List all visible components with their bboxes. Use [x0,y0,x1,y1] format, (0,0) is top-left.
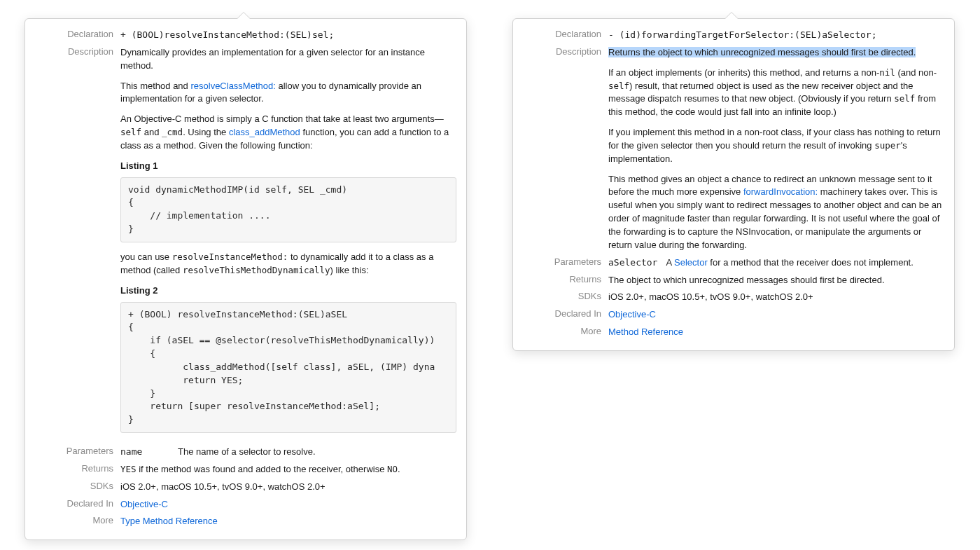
link-more-reference[interactable]: Method Reference [608,326,683,337]
param-desc: The name of a selector to resolve. [178,446,316,459]
parameters-body: name The name of a selector to resolve. [120,446,456,459]
label-returns: Returns [35,463,120,474]
link-selector[interactable]: Selector [674,257,708,268]
desc-paragraph[interactable]: Dynamically provides an implementation f… [120,46,456,73]
desc-paragraph[interactable]: An Objective-C method is simply a C func… [120,113,456,153]
desc-paragraph[interactable]: If you implement this method in a non-ro… [608,126,944,166]
link-forwardInvocation[interactable]: forwardInvocation: [743,186,818,197]
label-declared-in: Declared In [35,498,120,509]
label-declared-in: Declared In [523,308,608,319]
desc-paragraph[interactable]: This method and resolveClassMethod: allo… [120,80,456,106]
param-name: aSelector [608,256,657,270]
parameters-body: aSelector A Selector for a method that t… [608,256,944,270]
label-description: Description [523,46,608,57]
quickhelp-popover-resolveInstanceMethod: Declaration + (BOOL)resolveInstanceMetho… [24,18,467,540]
link-more-reference[interactable]: Type Method Reference [120,516,218,526]
param-name: name [120,446,169,459]
link-declared-in[interactable]: Objective-C [608,309,656,319]
declaration-text[interactable]: + (BOOL)resolveInstanceMethod:(SEL)sel; [120,29,456,42]
label-returns: Returns [523,274,608,284]
desc-paragraph[interactable]: If an object implements (or inherits) th… [608,67,944,119]
param-desc: A Selector for a method that the receive… [666,256,913,270]
link-declared-in[interactable]: Objective-C [120,499,168,509]
description-body: Dynamically provides an implementation f… [120,46,456,441]
label-sdks: SDKs [35,481,120,491]
code-listing-1[interactable]: void dynamicMethodIMP(id self, SEL _cmd)… [120,177,456,242]
description-body: Returns the object to which unrecognized… [608,46,944,252]
sdks-text: iOS 2.0+, macOS 10.5+, tvOS 9.0+, watchO… [120,481,456,494]
label-declaration: Declaration [523,29,608,39]
returns-text: YES if the method was found and added to… [120,463,456,476]
desc-paragraph[interactable]: you can use resolveInstanceMethod: to dy… [120,251,456,277]
label-declaration: Declaration [35,29,120,39]
label-sdks: SDKs [523,291,608,301]
listing-2-title: Listing 2 [120,284,456,298]
sdks-text: iOS 2.0+, macOS 10.5+, tvOS 9.0+, watchO… [608,291,944,304]
label-more: More [523,326,608,336]
link-class_addMethod[interactable]: class_addMethod [229,127,300,137]
declaration-text[interactable]: - (id)forwardingTargetForSelector:(SEL)a… [608,29,944,42]
link-resolveClassMethod[interactable]: resolveClassMethod: [190,81,275,91]
label-parameters: Parameters [523,256,608,267]
selected-text[interactable]: Returns the object to which unrecognized… [608,47,916,57]
label-more: More [35,515,120,525]
listing-1-title: Listing 1 [120,160,456,173]
label-description: Description [35,46,120,57]
desc-paragraph[interactable]: This method gives an object a chance to … [608,173,944,252]
quickhelp-popover-forwardingTargetForSelector: Declaration - (id)forwardingTargetForSel… [512,18,955,351]
returns-text: The object to which unrecognized message… [608,274,944,287]
code-listing-2[interactable]: + (BOOL) resolveInstanceMethod:(SEL)aSEL… [120,302,456,434]
desc-paragraph[interactable]: Returns the object to which unrecognized… [608,46,944,60]
label-parameters: Parameters [35,446,120,456]
